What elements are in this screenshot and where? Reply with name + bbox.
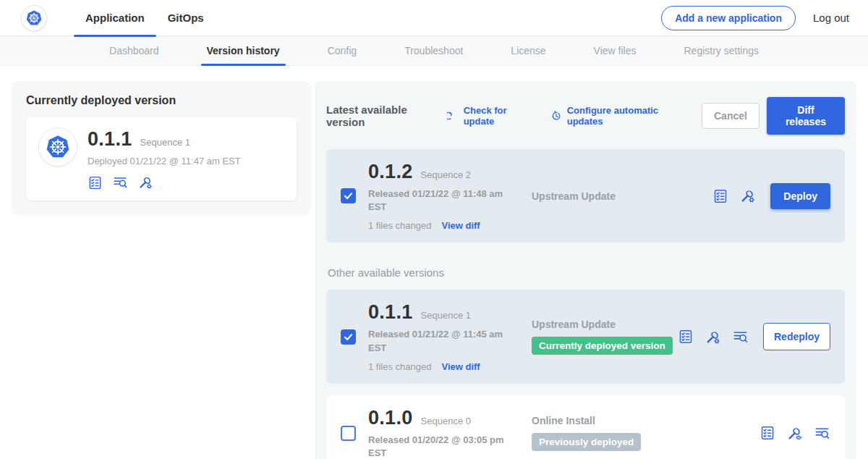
- deploy-logs-icon[interactable]: [112, 174, 128, 190]
- deployed-version-number: 0.1.1: [88, 128, 132, 151]
- files-changed-label: 1 files changed: [368, 361, 431, 372]
- version-sequence: Sequence 2: [421, 169, 471, 180]
- files-changed-label: 1 files changed: [368, 220, 431, 231]
- version-row-0-1-0: 0.1.0 Sequence 0 Released 01/20/22 @ 03:…: [326, 395, 845, 459]
- version-source: Online Install Previously deployed: [529, 415, 760, 451]
- add-new-application-button[interactable]: Add a new application: [661, 6, 796, 30]
- app-kubernetes-icon: [39, 128, 77, 166]
- cancel-button[interactable]: Cancel: [702, 103, 760, 129]
- edit-config-icon[interactable]: [739, 188, 756, 204]
- deployed-version-sequence: Sequence 1: [140, 137, 190, 148]
- kubernetes-logo-icon: [22, 6, 46, 30]
- check-for-update-link[interactable]: Check for update: [447, 105, 532, 127]
- version-actions: Redeploy: [678, 323, 833, 350]
- view-diff-link[interactable]: View diff: [441, 220, 480, 231]
- edit-config-icon[interactable]: [705, 329, 721, 345]
- preflight-checklist-icon[interactable]: [712, 188, 728, 204]
- version-number: 0.1.2: [368, 161, 413, 183]
- deployed-timestamp: Deployed 01/21/22 @ 11:47 am EST: [88, 156, 241, 167]
- tab-application-label: Application: [85, 12, 145, 24]
- version-actions: [760, 425, 833, 442]
- version-number: 0.1.1: [368, 301, 413, 324]
- source-label: Upstream Update: [532, 190, 712, 202]
- subnav-item-troubleshoot[interactable]: Troubleshoot: [403, 36, 464, 65]
- check-for-update-label: Check for update: [464, 105, 532, 127]
- redeploy-button[interactable]: Redeploy: [763, 323, 830, 350]
- version-row-0-1-1: 0.1.1 Sequence 1 Released 01/21/22 @ 11:…: [326, 290, 845, 383]
- subnav-item-view-files[interactable]: View files: [592, 36, 638, 65]
- tab-application[interactable]: Application: [74, 0, 156, 36]
- source-label: Online Install: [532, 415, 760, 426]
- subnav-item-registry-settings[interactable]: Registry settings: [683, 36, 760, 65]
- released-timestamp: Released 01/21/22 @ 11:45 am EST: [368, 328, 504, 354]
- version-info: 0.1.1 Sequence 1 Released 01/21/22 @ 11:…: [368, 301, 529, 371]
- schedule-update-icon: [550, 109, 563, 122]
- version-checkbox[interactable]: [341, 329, 356, 345]
- deploy-logs-icon[interactable]: [732, 329, 749, 345]
- version-sequence: Sequence 0: [421, 416, 471, 426]
- edit-config-icon[interactable]: [137, 174, 153, 190]
- released-timestamp: Released 01/20/22 @ 03:05 pm EST: [368, 434, 504, 459]
- latest-available-title: Latest available version: [326, 104, 438, 128]
- tab-gitops-label: GitOps: [168, 12, 204, 24]
- logout-button[interactable]: Log out: [813, 12, 849, 24]
- main-content: Currently deployed version 0.1.1 Sequenc…: [0, 66, 868, 459]
- version-source: Upstream Update Currently deployed versi…: [529, 319, 678, 355]
- subnav-item-config[interactable]: Config: [326, 36, 358, 65]
- diff-releases-button[interactable]: Diff releases: [767, 97, 845, 135]
- refresh-icon: [447, 110, 459, 122]
- app-subnav: Dashboard Version history Config Trouble…: [0, 36, 868, 66]
- top-navbar: Application GitOps Add a new application…: [0, 0, 868, 36]
- tab-gitops[interactable]: GitOps: [156, 0, 216, 36]
- deploy-logs-icon[interactable]: [814, 425, 830, 442]
- version-actions: Deploy: [712, 183, 833, 209]
- view-config-icon[interactable]: [786, 425, 803, 442]
- version-row-0-1-2: 0.1.2 Sequence 2 Released 01/21/22 @ 11:…: [326, 149, 845, 243]
- version-sequence: Sequence 1: [421, 310, 471, 321]
- subnav-item-version-history[interactable]: Version history: [205, 36, 281, 65]
- currently-deployed-badge: Currently deployed version: [532, 337, 673, 355]
- subnav-item-license[interactable]: License: [509, 36, 547, 65]
- version-info: 0.1.2 Sequence 2 Released 01/21/22 @ 11:…: [368, 161, 529, 231]
- preflight-checklist-icon[interactable]: [88, 175, 103, 190]
- configure-automatic-updates-label: Configure automatic updates: [567, 105, 684, 127]
- version-history-panel: Latest available version Check for updat…: [315, 81, 856, 459]
- preflight-checklist-icon[interactable]: [678, 329, 694, 345]
- version-number: 0.1.0: [368, 407, 413, 429]
- version-checkbox[interactable]: [341, 188, 356, 203]
- source-label: Upstream Update: [532, 319, 678, 330]
- latest-version-header: Latest available version Check for updat…: [326, 97, 845, 135]
- previously-deployed-badge: Previously deployed: [532, 433, 641, 451]
- deployed-version-details: 0.1.1 Sequence 1 Deployed 01/21/22 @ 11:…: [88, 128, 241, 190]
- subnav-item-dashboard[interactable]: Dashboard: [108, 36, 161, 65]
- deploy-button[interactable]: Deploy: [770, 183, 830, 209]
- other-available-versions-title: Other available versions: [328, 266, 845, 279]
- view-diff-link[interactable]: View diff: [441, 361, 480, 372]
- released-timestamp: Released 01/21/22 @ 11:48 am EST: [368, 188, 504, 214]
- deployed-version-card: 0.1.1 Sequence 1 Deployed 01/21/22 @ 11:…: [26, 117, 297, 201]
- version-checkbox[interactable]: [341, 426, 356, 441]
- currently-deployed-panel: Currently deployed version 0.1.1 Sequenc…: [12, 81, 311, 215]
- version-info: 0.1.0 Sequence 0 Released 01/20/22 @ 03:…: [368, 407, 529, 459]
- configure-automatic-updates-link[interactable]: Configure automatic updates: [550, 105, 684, 127]
- currently-deployed-title: Currently deployed version: [26, 94, 297, 107]
- preflight-checklist-icon[interactable]: [760, 425, 775, 441]
- version-source: Upstream Update: [529, 190, 712, 202]
